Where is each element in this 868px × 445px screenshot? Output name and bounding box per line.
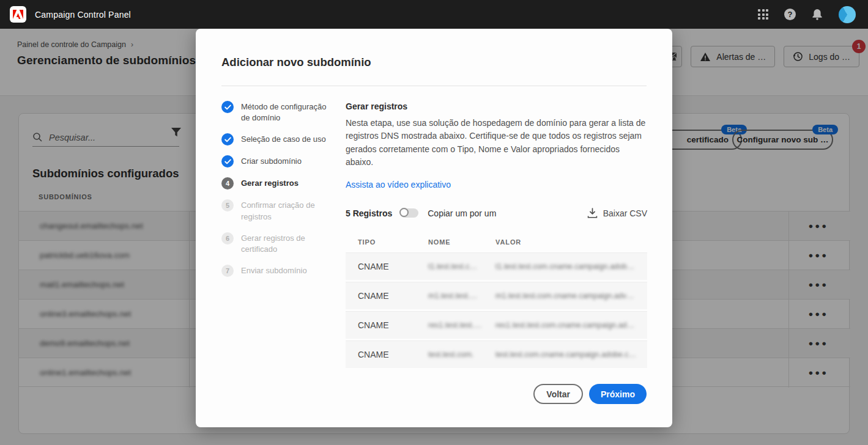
step-generate-records: 4 Gerar registros xyxy=(221,178,335,189)
col-header-tipo: TIPO xyxy=(358,238,428,246)
divider xyxy=(221,86,647,86)
download-csv-button[interactable]: Baixar CSV xyxy=(587,208,647,218)
background-page: Painel de controle do Campaign › Gerenci… xyxy=(0,29,868,445)
step-description: Nesta etapa, use sua solução de hospedag… xyxy=(346,117,647,169)
record-type: CNAME xyxy=(358,350,428,359)
notifications-bell-icon[interactable] xyxy=(812,9,823,20)
copy-one-by-one-toggle[interactable] xyxy=(400,208,418,218)
step-number: 5 xyxy=(221,199,234,211)
record-row: CNAME m1.test.test.… m1.test.test.com.cn… xyxy=(346,282,647,309)
step-certificate-records: 6 Gerar registros de certificado xyxy=(221,233,335,255)
records-table-header: TIPO NOME VALOR xyxy=(346,238,647,246)
step-number: 4 xyxy=(221,177,234,189)
download-icon xyxy=(587,208,598,218)
download-csv-label: Baixar CSV xyxy=(603,208,647,218)
step-heading: Gerar registros xyxy=(346,101,647,111)
app-title: Campaign Control Panel xyxy=(35,10,131,20)
record-row: CNAME res1.test.test.… res1.test.test.co… xyxy=(346,311,647,339)
help-icon[interactable]: ? xyxy=(784,9,796,20)
col-header-valor: VALOR xyxy=(495,238,647,246)
record-name: res1.test.test.… xyxy=(428,321,495,329)
records-count: 5 Registros xyxy=(346,208,392,218)
step-number: 7 xyxy=(221,265,234,277)
step-create-subdomain: Criar subdomínio xyxy=(221,156,335,167)
step-use-case: Seleção de caso de uso xyxy=(221,134,335,145)
adobe-logo-icon[interactable] xyxy=(10,6,26,23)
step-check-icon xyxy=(221,133,234,145)
record-name: t1.test.test.c… xyxy=(428,262,495,271)
record-value: t1.test.test.com.cname.campaign.adob… xyxy=(495,262,647,271)
step-domain-config: Método de configuração de domínio xyxy=(221,101,335,123)
record-value: m1.test.test.com.cname.campaign.adv… xyxy=(495,292,647,300)
app-switcher-icon[interactable] xyxy=(758,9,768,20)
record-name: test.test.com. xyxy=(428,350,495,359)
record-name: m1.test.test.… xyxy=(428,292,495,300)
record-value: res1.test.test.com.cname.campaign.ad… xyxy=(495,321,647,329)
user-avatar[interactable] xyxy=(839,6,856,23)
record-type: CNAME xyxy=(358,262,428,271)
dialog-title: Adicionar novo subdomínio xyxy=(221,56,371,69)
back-button[interactable]: Voltar xyxy=(533,384,583,404)
add-subdomain-dialog: Adicionar novo subdomínio Método de conf… xyxy=(196,29,672,427)
step-check-icon xyxy=(221,155,234,167)
col-header-nome: NOME xyxy=(428,238,495,246)
record-row: CNAME test.test.com. test.test.com.cname… xyxy=(346,340,647,368)
record-type: CNAME xyxy=(358,291,428,301)
step-content: Gerar registros Nesta etapa, use sua sol… xyxy=(346,101,647,370)
records-table: CNAME t1.test.test.c… t1.test.test.com.c… xyxy=(346,252,647,368)
toggle-label: Copiar um por um xyxy=(428,208,496,218)
wizard-steps: Método de configuração de domínio Seleçã… xyxy=(221,101,335,277)
record-value: test.test.com.cname.campaign.adobe.c… xyxy=(495,350,647,359)
step-submit-subdomain: 7 Enviar subdomínio xyxy=(221,265,335,277)
next-button[interactable]: Próximo xyxy=(589,384,647,404)
step-confirm-records: 5 Confirmar criação de registros xyxy=(221,200,335,222)
record-row: CNAME t1.test.test.c… t1.test.test.com.c… xyxy=(346,252,647,280)
record-type: CNAME xyxy=(358,320,428,330)
step-number: 6 xyxy=(221,232,234,245)
video-link[interactable]: Assista ao vídeo explicativo xyxy=(346,180,451,189)
top-app-bar: Campaign Control Panel ? xyxy=(0,0,868,29)
step-check-icon xyxy=(221,101,234,113)
